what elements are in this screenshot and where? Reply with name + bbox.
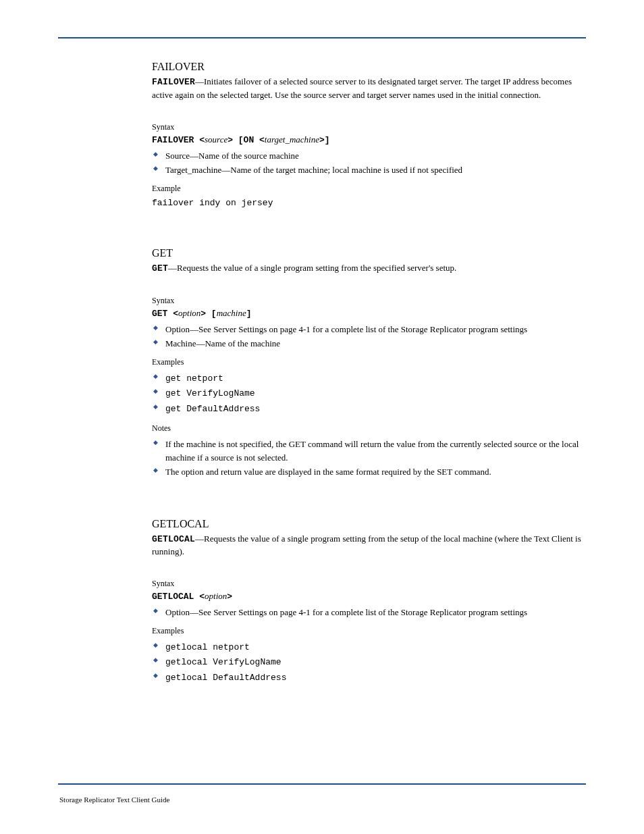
list-item: The option and return value are displaye… bbox=[152, 465, 585, 479]
description-text: —Initiates failover of a selected source… bbox=[152, 76, 572, 100]
section-heading-block: FAILOVER FAILOVER—Initiates failover of … bbox=[152, 61, 585, 102]
example-code: get DefaultAddress bbox=[165, 404, 260, 414]
syntax-prefix: GETLOCAL < bbox=[152, 592, 205, 602]
list-item: getlocal netport bbox=[152, 640, 585, 654]
section-get: GET GET—Requests the value of a single p… bbox=[152, 247, 585, 479]
examples-list: getlocal netport getlocal VerifyLogName … bbox=[152, 640, 585, 685]
list-item: get VerifyLogName bbox=[152, 386, 585, 400]
syntax-label: Syntax bbox=[152, 296, 585, 306]
syntax-label: Syntax bbox=[152, 122, 585, 132]
list-item: Target_machine—Name of the target machin… bbox=[152, 163, 585, 177]
section-heading: GET bbox=[152, 247, 585, 259]
syntax-placeholder: machine bbox=[217, 308, 246, 318]
syntax-suffix: ] bbox=[246, 309, 252, 319]
notes-label: Notes bbox=[152, 423, 585, 434]
command-token: FAILOVER bbox=[152, 77, 195, 87]
list-item: Machine—Name of the machine bbox=[152, 337, 585, 350]
section-failover: FAILOVER FAILOVER—Initiates failover of … bbox=[152, 61, 585, 208]
syntax-bullets: Option—See Server Settings on page 4-1 f… bbox=[152, 606, 585, 619]
example-code: getlocal DefaultAddress bbox=[165, 673, 286, 683]
examples-label: Example bbox=[152, 184, 585, 194]
notes-list: If the machine is not specified, the GET… bbox=[152, 438, 585, 479]
command-token: GETLOCAL bbox=[152, 534, 195, 544]
examples-label: Examples bbox=[152, 357, 585, 367]
section-heading: FAILOVER bbox=[152, 61, 585, 73]
syntax-placeholder: option bbox=[178, 308, 200, 318]
section-heading-block: GET GET—Requests the value of a single p… bbox=[152, 247, 585, 276]
example-code: getlocal netport bbox=[165, 642, 250, 652]
list-item: get netport bbox=[152, 371, 585, 386]
command-token: GET bbox=[152, 263, 168, 273]
example-code: get netport bbox=[165, 373, 223, 384]
syntax-suffix: > bbox=[227, 592, 232, 602]
example-code: getlocal VerifyLogName bbox=[165, 657, 281, 667]
section-description: GETLOCAL—Requests the value of a single … bbox=[152, 533, 585, 559]
footer-text: Storage Replicator Text Client Guide bbox=[59, 796, 169, 804]
list-item: get DefaultAddress bbox=[152, 402, 585, 416]
section-getlocal: GETLOCAL GETLOCAL—Requests the value of … bbox=[152, 518, 585, 685]
list-item: Source—Name of the source machine bbox=[152, 149, 585, 163]
syntax-line: FAILOVER <source> [ON <target_machine>] bbox=[152, 134, 585, 145]
list-item: Option—See Server Settings on page 4-1 f… bbox=[152, 323, 585, 336]
syntax-placeholder: source bbox=[205, 134, 227, 145]
examples-label: Examples bbox=[152, 626, 585, 636]
syntax-prefix: FAILOVER < bbox=[152, 135, 205, 145]
description-text: —Requests the value of a single program … bbox=[152, 533, 581, 557]
syntax-prefix: GET < bbox=[152, 309, 178, 319]
list-item: getlocal VerifyLogName bbox=[152, 655, 585, 669]
list-item: If the machine is not specified, the GET… bbox=[152, 438, 585, 464]
section-description: FAILOVER—Initiates failover of a selecte… bbox=[152, 76, 585, 102]
examples-list: get netport get VerifyLogName get Defaul… bbox=[152, 371, 585, 416]
example-line: failover indy on jersey bbox=[152, 198, 585, 208]
syntax-placeholder: option bbox=[205, 591, 227, 601]
section-description: GET—Requests the value of a single progr… bbox=[152, 262, 585, 276]
syntax-line: GET <option> [machine] bbox=[152, 308, 585, 319]
syntax-label: Syntax bbox=[152, 579, 585, 589]
syntax-line: GETLOCAL <option> bbox=[152, 591, 585, 602]
top-rule bbox=[58, 37, 586, 38]
syntax-mid: > [ bbox=[200, 309, 216, 319]
page-content: FAILOVER FAILOVER—Initiates failover of … bbox=[152, 61, 585, 723]
syntax-bullets: Option—See Server Settings on page 4-1 f… bbox=[152, 323, 585, 350]
list-item: getlocal DefaultAddress bbox=[152, 671, 585, 685]
description-text: —Requests the value of a single program … bbox=[168, 263, 456, 273]
bottom-rule bbox=[58, 783, 586, 785]
section-heading: GETLOCAL bbox=[152, 518, 585, 530]
syntax-bullets: Source—Name of the source machine Target… bbox=[152, 149, 585, 177]
example-code: get VerifyLogName bbox=[165, 388, 255, 398]
section-heading-block: GETLOCAL GETLOCAL—Requests the value of … bbox=[152, 518, 585, 559]
syntax-suffix: >] bbox=[319, 135, 330, 145]
list-item: Option—See Server Settings on page 4-1 f… bbox=[152, 606, 585, 619]
syntax-mid: > [ON < bbox=[227, 135, 265, 145]
syntax-placeholder: target_machine bbox=[265, 134, 319, 145]
